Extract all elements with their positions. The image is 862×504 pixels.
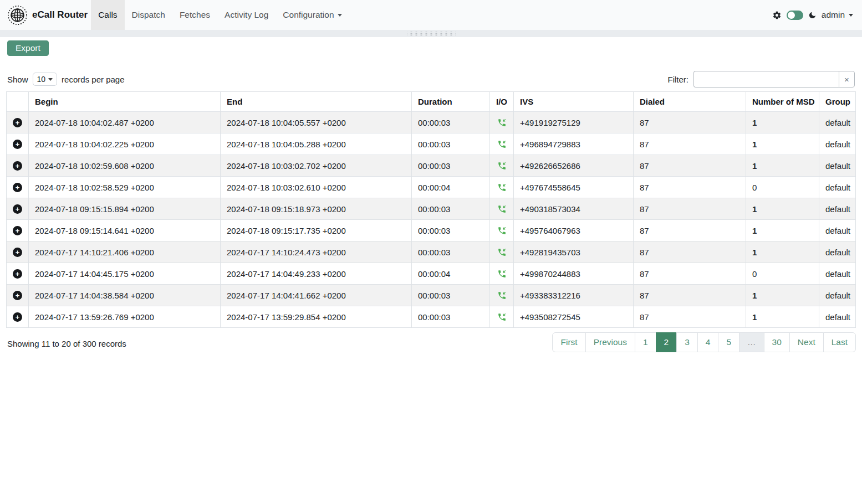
nav-item-label: Configuration [283, 10, 334, 20]
show-label: Show [7, 75, 28, 84]
phone-incoming-icon [492, 248, 511, 257]
cell-begin: 2024-07-18 09:15:15.894 +0200 [29, 198, 221, 220]
cell-end: 2024-07-18 10:04:05.557 +0200 [221, 112, 412, 133]
nav-item-fetches[interactable]: Fetches [172, 0, 217, 30]
expand-row-button[interactable]: + [13, 118, 22, 127]
cell-duration: 00:00:03 [412, 133, 490, 155]
cell-dialed: 87 [634, 155, 746, 177]
cell-msd: 1 [746, 133, 819, 155]
cell-end: 2024-07-17 14:04:49.233 +0200 [221, 263, 412, 285]
filter-label: Filter: [668, 75, 689, 84]
cell-ivs: +496894729883 [514, 133, 634, 155]
nav-item-activity-log[interactable]: Activity Log [217, 0, 276, 30]
table-row: + 2024-07-17 14:04:38.584 +0200 2024-07-… [7, 285, 856, 306]
cell-io [490, 241, 514, 263]
page-4[interactable]: 4 [697, 332, 719, 352]
filter-input[interactable] [693, 71, 839, 88]
gear-icon [772, 11, 782, 20]
column-header-end: End [221, 92, 412, 112]
page-2[interactable]: 2 [656, 332, 677, 352]
cell-end: 2024-07-18 09:15:18.973 +0200 [221, 198, 412, 220]
phone-incoming-icon [492, 118, 511, 127]
cell-dialed: 87 [634, 133, 746, 155]
expand-row-button[interactable]: + [13, 140, 22, 149]
cell-begin: 2024-07-18 10:02:59.608 +0200 [29, 155, 221, 177]
page-size-select[interactable]: 10 [33, 73, 58, 86]
theme-toggle[interactable] [787, 11, 803, 20]
cell-end: 2024-07-17 13:59:29.854 +0200 [221, 306, 412, 328]
per-page-label: records per page [62, 75, 124, 84]
phone-incoming-icon [492, 291, 511, 300]
chevron-down-icon [849, 14, 853, 17]
cell-dialed: 87 [634, 198, 746, 220]
phone-incoming-icon [492, 140, 511, 149]
column-header-number-of-msd: Number of MSD [746, 92, 819, 112]
cell-dialed: 87 [634, 177, 746, 198]
plus-circle-icon: + [16, 119, 20, 126]
cell-end: 2024-07-18 10:03:02.610 +0200 [221, 177, 412, 198]
page-5[interactable]: 5 [718, 332, 739, 352]
page-previous[interactable]: Previous [585, 332, 635, 352]
expand-row-button[interactable]: + [13, 291, 22, 300]
page-1[interactable]: 1 [635, 332, 656, 352]
cell-duration: 00:00:03 [412, 306, 490, 328]
expand-row-button[interactable]: + [13, 204, 22, 214]
filter-clear-button[interactable]: × [839, 71, 855, 88]
page-next[interactable]: Next [789, 332, 824, 352]
phone-incoming-icon [492, 226, 511, 235]
plus-circle-icon: + [16, 249, 20, 256]
cell-group: default [819, 306, 856, 328]
cell-msd: 1 [746, 306, 819, 328]
plus-circle-icon: + [16, 270, 20, 277]
filter-group: Filter: × [668, 71, 855, 88]
cell-group: default [819, 155, 856, 177]
navbar-right: admin [772, 0, 853, 30]
expand-row-button[interactable]: + [13, 183, 22, 192]
cell-ivs: +490318573034 [514, 198, 634, 220]
column-header-ellipsis [7, 92, 29, 112]
page-first[interactable]: First [552, 332, 585, 352]
expand-row-button[interactable]: + [13, 226, 22, 235]
brand-area: eCall Router [7, 0, 88, 30]
nav-item-calls[interactable]: Calls [91, 0, 124, 30]
resize-handle[interactable] [407, 32, 456, 36]
panel-divider [0, 30, 862, 37]
table-row: + 2024-07-18 10:02:59.608 +0200 2024-07-… [7, 155, 856, 177]
chevron-down-icon [338, 14, 342, 17]
page-last[interactable]: Last [823, 332, 856, 352]
plus-circle-icon: + [16, 227, 20, 234]
nav-item-dispatch[interactable]: Dispatch [125, 0, 172, 30]
cell-group: default [819, 263, 856, 285]
export-button[interactable]: Export [7, 40, 49, 56]
cell-msd: 1 [746, 220, 819, 241]
cell-group: default [819, 285, 856, 306]
cell-duration: 00:00:03 [412, 198, 490, 220]
table-row: + 2024-07-17 14:10:21.406 +0200 2024-07-… [7, 241, 856, 263]
expand-row-button[interactable]: + [13, 312, 22, 322]
table-row: + 2024-07-18 09:15:15.894 +0200 2024-07-… [7, 198, 856, 220]
phone-incoming-icon [492, 161, 511, 171]
cell-msd: 0 [746, 263, 819, 285]
plus-circle-icon: + [16, 205, 20, 213]
cell-duration: 00:00:03 [412, 155, 490, 177]
cell-ivs: +493508272545 [514, 306, 634, 328]
expand-row-button[interactable]: + [13, 161, 22, 171]
cell-ivs: +499870244883 [514, 263, 634, 285]
app-title[interactable]: eCall Router [32, 9, 88, 20]
page-30[interactable]: 30 [764, 332, 790, 352]
cell-msd: 0 [746, 177, 819, 198]
nav-item-label: Fetches [180, 10, 210, 20]
cell-io [490, 112, 514, 133]
cell-end: 2024-07-17 14:10:24.473 +0200 [221, 241, 412, 263]
cell-io [490, 133, 514, 155]
cell-msd: 1 [746, 112, 819, 133]
user-menu[interactable]: admin [822, 10, 853, 20]
cell-begin: 2024-07-17 14:04:38.584 +0200 [29, 285, 221, 306]
page-3[interactable]: 3 [676, 332, 698, 352]
phone-incoming-icon [492, 312, 511, 322]
nav-item-configuration[interactable]: Configuration [276, 0, 349, 30]
expand-row-button[interactable]: + [13, 269, 22, 279]
expand-row-button[interactable]: + [13, 248, 22, 257]
cell-io [490, 177, 514, 198]
plus-circle-icon: + [16, 292, 20, 299]
